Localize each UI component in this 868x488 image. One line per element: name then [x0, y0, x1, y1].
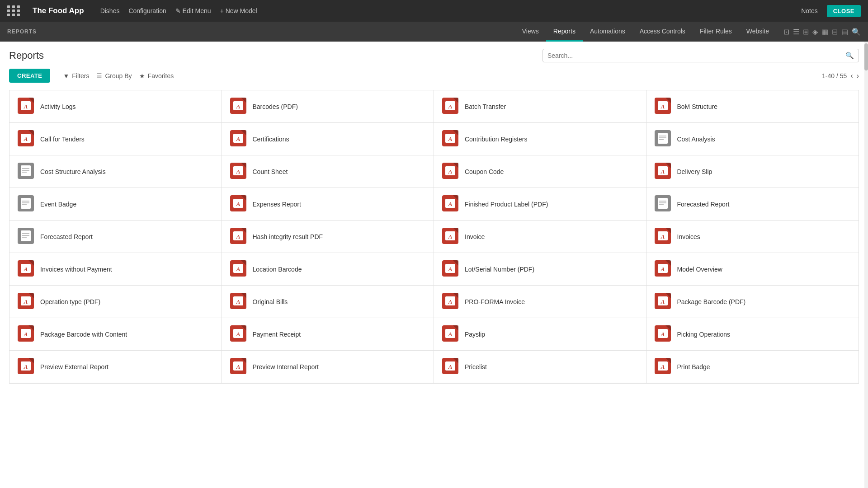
nav-dishes[interactable]: Dishes: [100, 7, 120, 14]
svg-text:A: A: [660, 298, 665, 305]
svg-text:A: A: [660, 168, 665, 175]
report-card[interactable]: A Activity Logs: [9, 90, 222, 123]
report-card[interactable]: A Model Overview: [646, 253, 859, 286]
report-card[interactable]: Forecasted Report: [9, 221, 222, 253]
report-card[interactable]: A Coupon Code: [434, 155, 646, 188]
view-list-icon[interactable]: ☰: [793, 28, 799, 36]
nav-access-controls[interactable]: Access Controls: [632, 22, 693, 42]
svg-rect-34: [21, 165, 31, 176]
report-card[interactable]: A PRO-FORMA Invoice: [434, 286, 646, 318]
report-card[interactable]: A Hash integrity result PDF: [222, 221, 434, 253]
svg-text:A: A: [448, 266, 453, 272]
report-card[interactable]: A Expenses Report: [222, 188, 434, 221]
report-card[interactable]: A Location Barcode: [222, 253, 434, 286]
report-card[interactable]: A Barcodes (PDF): [222, 90, 434, 123]
notes-button[interactable]: Notes: [801, 7, 818, 14]
report-name: Invoices: [677, 233, 700, 240]
report-card[interactable]: A Call for Tenders: [9, 123, 222, 155]
pdf-icon: A: [655, 163, 671, 180]
pdf-icon: A: [18, 358, 34, 375]
favorites-button[interactable]: ★ Favorites: [139, 72, 174, 80]
nav-views[interactable]: Views: [515, 22, 546, 42]
report-card[interactable]: A Payslip: [434, 318, 646, 351]
report-name: Picking Operations: [677, 331, 731, 338]
report-card[interactable]: A Picking Operations: [646, 318, 859, 351]
report-card[interactable]: Cost Structure Analysis: [9, 155, 222, 188]
view-chart-icon[interactable]: ▤: [841, 28, 848, 36]
svg-text:A: A: [660, 331, 665, 338]
close-button[interactable]: CLOSE: [827, 5, 861, 17]
search-input[interactable]: [547, 52, 845, 59]
nav-edit-menu[interactable]: ✎ Edit Menu: [175, 7, 211, 14]
pdf-icon: A: [442, 130, 458, 148]
report-card[interactable]: A Certifications: [222, 123, 434, 155]
scroll-thumb[interactable]: [864, 43, 868, 70]
report-card[interactable]: A Invoices without Payment: [9, 253, 222, 286]
report-card[interactable]: A Count Sheet: [222, 155, 434, 188]
view-grid-icon[interactable]: ⊞: [803, 28, 809, 36]
report-card[interactable]: A Payment Receipt: [222, 318, 434, 351]
nav-automations[interactable]: Automations: [583, 22, 632, 42]
report-name: Certifications: [253, 136, 289, 143]
report-card[interactable]: A Package Barcode with Content: [9, 318, 222, 351]
report-name: BoM Structure: [677, 103, 717, 110]
next-page-button[interactable]: ›: [857, 72, 859, 80]
pagination: 1-40 / 55 ‹ ›: [822, 72, 859, 80]
svg-text:A: A: [236, 233, 240, 240]
report-card[interactable]: A Original Bills: [222, 286, 434, 318]
app-grid-icon[interactable]: [7, 5, 21, 16]
group-by-button[interactable]: ☰ Group By: [96, 72, 132, 80]
report-card[interactable]: A Invoice: [434, 221, 646, 253]
report-card[interactable]: A Preview External Report: [9, 351, 222, 383]
prev-page-button[interactable]: ‹: [850, 72, 853, 80]
svg-text:A: A: [24, 298, 28, 305]
report-card[interactable]: A Invoices: [646, 221, 859, 253]
report-card[interactable]: A Delivery Slip: [646, 155, 859, 188]
view-icons-group: ⊡ ☰ ⊞ ◈ ▦ ⊟ ▤ 🔍: [783, 28, 861, 36]
pdf-icon: A: [442, 260, 458, 278]
report-name: Preview Internal Report: [253, 363, 319, 371]
filters-button[interactable]: ▼ Filters: [63, 72, 89, 80]
report-card[interactable]: A BoM Structure: [646, 90, 859, 123]
view-calendar-icon[interactable]: ▦: [821, 28, 828, 36]
pdf-icon: A: [442, 325, 458, 343]
nav-reports[interactable]: Reports: [546, 22, 583, 42]
view-form-icon[interactable]: ⊡: [783, 28, 789, 36]
nav-new-model[interactable]: + New Model: [220, 7, 257, 14]
view-spreadsheet-icon[interactable]: ⊟: [832, 28, 838, 36]
report-name: Package Barcode with Content: [40, 331, 127, 338]
report-card[interactable]: A Contribution Registers: [434, 123, 646, 155]
view-map-icon[interactable]: ◈: [812, 28, 818, 36]
pdf-icon: A: [442, 293, 458, 310]
report-card[interactable]: A Print Badge: [646, 351, 859, 383]
report-card[interactable]: A Lot/Serial Number (PDF): [434, 253, 646, 286]
svg-text:A: A: [236, 266, 240, 272]
report-name: Event Badge: [40, 201, 76, 208]
filters-label: Filters: [72, 72, 89, 80]
search-bar[interactable]: 🔍: [542, 49, 859, 62]
report-card[interactable]: A Finished Product Label (PDF): [434, 188, 646, 221]
svg-text:A: A: [448, 331, 453, 338]
page-title: Reports: [9, 50, 44, 61]
doc-icon: [655, 195, 671, 213]
report-card[interactable]: A Batch Transfer: [434, 90, 646, 123]
report-name: Contribution Registers: [465, 136, 528, 143]
report-card[interactable]: A Package Barcode (PDF): [646, 286, 859, 318]
nav-filter-rules[interactable]: Filter Rules: [693, 22, 739, 42]
view-search-icon[interactable]: 🔍: [852, 28, 861, 36]
pdf-icon: A: [230, 163, 246, 180]
report-card[interactable]: Event Badge: [9, 188, 222, 221]
nav-configuration[interactable]: Configuration: [128, 7, 166, 14]
nav-website[interactable]: Website: [739, 22, 776, 42]
create-button[interactable]: CREATE: [9, 69, 50, 83]
report-card[interactable]: A Pricelist: [434, 351, 646, 383]
svg-rect-64: [658, 198, 668, 209]
report-card[interactable]: A Operation type (PDF): [9, 286, 222, 318]
report-card[interactable]: Forecasted Report: [646, 188, 859, 221]
report-card[interactable]: A Preview Internal Report: [222, 351, 434, 383]
pdf-icon: A: [655, 358, 671, 375]
report-card[interactable]: Cost Analysis: [646, 123, 859, 155]
svg-text:A: A: [24, 103, 28, 110]
pdf-icon: A: [655, 293, 671, 310]
scrollbar[interactable]: [864, 42, 868, 391]
